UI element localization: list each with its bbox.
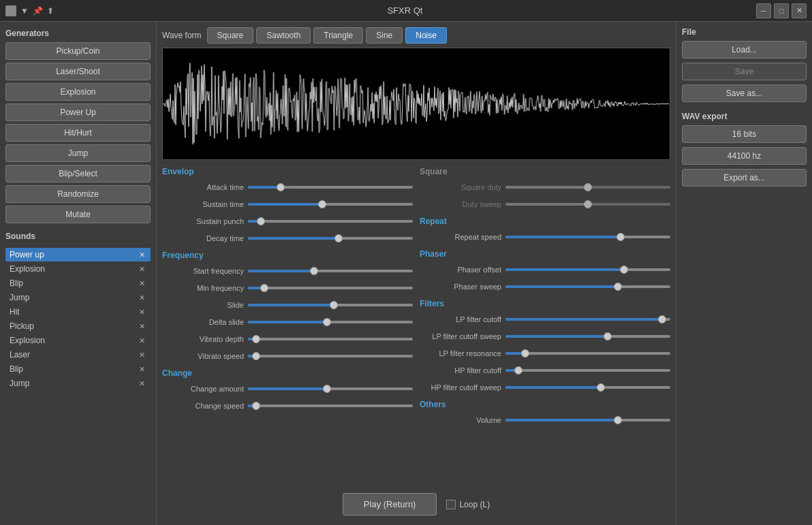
laser-shoot-button[interactable]: Laser/Shoot	[5, 63, 151, 80]
wave-sine-button[interactable]: Sine	[366, 27, 403, 44]
sound-item-explosion2[interactable]: Explosion ✕	[5, 334, 151, 347]
vibrato-speed-slider[interactable]	[248, 351, 413, 362]
wave-square-button[interactable]: Square	[207, 27, 254, 44]
attack-time-label: Attack time	[162, 183, 244, 191]
explosion-button[interactable]: Explosion	[5, 83, 151, 101]
repeat-speed-slider[interactable]	[505, 232, 670, 242]
vibrato-depth-row: Vibrato depth	[162, 332, 413, 347]
start-freq-slider[interactable]	[248, 266, 413, 276]
close-sound-icon[interactable]: ✕	[138, 365, 146, 374]
close-sound-icon[interactable]: ✕	[138, 308, 146, 317]
sound-item-jump2[interactable]: Jump ✕	[5, 377, 151, 390]
vibrato-depth-slider[interactable]	[248, 334, 413, 345]
sustain-punch-slider[interactable]	[248, 216, 413, 227]
pin-icon[interactable]: 📌	[33, 6, 43, 16]
pickup-coin-button[interactable]: Pickup/Coin	[5, 42, 151, 60]
titlebar-controls: ─ □ ✕	[756, 3, 807, 18]
hp-cutoff-slider[interactable]	[505, 365, 670, 376]
mutate-button[interactable]: Mutate	[5, 206, 151, 223]
close-sound-icon[interactable]: ✕	[138, 336, 146, 345]
loop-checkbox[interactable]	[446, 500, 456, 509]
sustain-time-slider[interactable]	[248, 199, 413, 210]
sound-item-blip2[interactable]: Blip ✕	[5, 362, 151, 376]
power-up-button[interactable]: Power Up	[5, 104, 151, 121]
close-sound-icon[interactable]: ✕	[138, 279, 146, 288]
volume-slider[interactable]	[505, 415, 670, 426]
float-icon[interactable]: ⬆	[47, 6, 54, 16]
blip-select-button[interactable]: Blip/Select	[5, 165, 151, 182]
save-button: Save	[682, 63, 807, 80]
play-button[interactable]: Play (Return)	[343, 493, 437, 515]
hz-button[interactable]: 44100 hz	[682, 147, 807, 165]
app-menu-icon[interactable]: ▼	[20, 6, 29, 16]
min-freq-slider[interactable]	[248, 283, 413, 293]
attack-time-slider[interactable]	[248, 182, 413, 193]
sound-item-explosion[interactable]: Explosion ✕	[5, 262, 151, 276]
delta-slide-label: Delta slide	[162, 318, 244, 326]
sound-item-powerup[interactable]: Power up ✕	[5, 248, 151, 261]
generators-label: Generators	[5, 27, 151, 39]
sound-item-pickup[interactable]: Pickup ✕	[5, 319, 151, 333]
save-as-button[interactable]: Save as...	[682, 84, 807, 102]
change-speed-slider[interactable]	[248, 400, 413, 411]
waveform-canvas	[163, 48, 670, 159]
main-layout: Generators Pickup/Coin Laser/Shoot Explo…	[0, 22, 812, 525]
phaser-sweep-slider[interactable]	[505, 281, 670, 292]
vibrato-depth-label: Vibrato depth	[162, 335, 244, 343]
sustain-punch-row: Sustain punch	[162, 214, 413, 229]
bits-button[interactable]: 16 bits	[682, 125, 807, 143]
sound-item-hit[interactable]: Hit ✕	[5, 305, 151, 319]
lp-cutoff-sweep-label: LP filter cutoff sweep	[420, 332, 501, 340]
phaser-sweep-row: Phaser sweep	[420, 279, 670, 294]
duty-sweep-row: Duty sweep	[420, 197, 670, 212]
wav-export-label: WAV export	[682, 112, 807, 121]
maximize-button[interactable]: □	[774, 3, 789, 18]
hp-cutoff-sweep-row: HP filter cutoff sweep	[420, 380, 670, 395]
export-as-button[interactable]: Export as...	[682, 169, 807, 187]
loop-label[interactable]: Loop (L)	[446, 500, 490, 509]
attack-time-row: Attack time	[162, 180, 413, 195]
close-sound-icon[interactable]: ✕	[138, 251, 146, 259]
change-amount-slider[interactable]	[248, 383, 413, 394]
close-sound-icon[interactable]: ✕	[138, 322, 146, 331]
sounds-list: Power up ✕ Explosion ✕ Blip ✕ Jump ✕ Hit…	[5, 248, 151, 390]
phaser-label: Phaser	[420, 249, 670, 259]
jump-button[interactable]: Jump	[5, 144, 151, 162]
lp-cutoff-sweep-slider[interactable]	[505, 331, 670, 342]
wave-sawtooth-button[interactable]: Sawtooth	[256, 27, 311, 44]
wave-noise-button[interactable]: Noise	[405, 27, 447, 44]
hp-cutoff-sweep-slider[interactable]	[505, 382, 670, 393]
close-sound-icon[interactable]: ✕	[138, 379, 146, 388]
sound-item-laser[interactable]: Laser ✕	[5, 348, 151, 362]
delta-slide-slider[interactable]	[248, 317, 413, 328]
wave-triangle-button[interactable]: Triangle	[313, 27, 363, 44]
window-title: SFXR Qt	[387, 5, 422, 16]
others-label: Others	[420, 400, 670, 409]
close-button[interactable]: ✕	[792, 3, 807, 18]
decay-time-slider[interactable]	[248, 233, 413, 244]
close-sound-icon[interactable]: ✕	[138, 351, 146, 360]
minimize-button[interactable]: ─	[756, 3, 771, 18]
load-button[interactable]: Load...	[682, 41, 807, 59]
phaser-offset-row: Phaser offset	[420, 262, 670, 277]
phaser-offset-slider[interactable]	[505, 264, 670, 275]
sound-name: Hit	[10, 307, 20, 317]
lp-resonance-slider[interactable]	[505, 348, 670, 359]
sound-item-jump[interactable]: Jump ✕	[5, 291, 151, 304]
envelop-label: Envelop	[162, 167, 413, 176]
lp-cutoff-slider[interactable]	[505, 314, 670, 325]
close-sound-icon[interactable]: ✕	[138, 265, 146, 274]
slide-slider[interactable]	[248, 300, 413, 311]
sound-name: Pickup	[10, 321, 34, 331]
duty-sweep-slider	[505, 199, 670, 210]
sound-name: Blip	[10, 364, 23, 374]
sound-item-blip[interactable]: Blip ✕	[5, 276, 151, 290]
sound-name: Explosion	[10, 336, 45, 345]
randomize-button[interactable]: Randomize	[5, 185, 151, 203]
loop-text: Loop (L)	[459, 500, 490, 509]
center-content: Wave form Square Sawtooth Triangle Sine …	[157, 22, 676, 525]
hit-hurt-button[interactable]: Hit/Hurt	[5, 124, 151, 142]
repeat-speed-label: Repeat speed	[420, 233, 501, 241]
close-sound-icon[interactable]: ✕	[138, 293, 146, 302]
decay-time-label: Decay time	[162, 234, 244, 242]
